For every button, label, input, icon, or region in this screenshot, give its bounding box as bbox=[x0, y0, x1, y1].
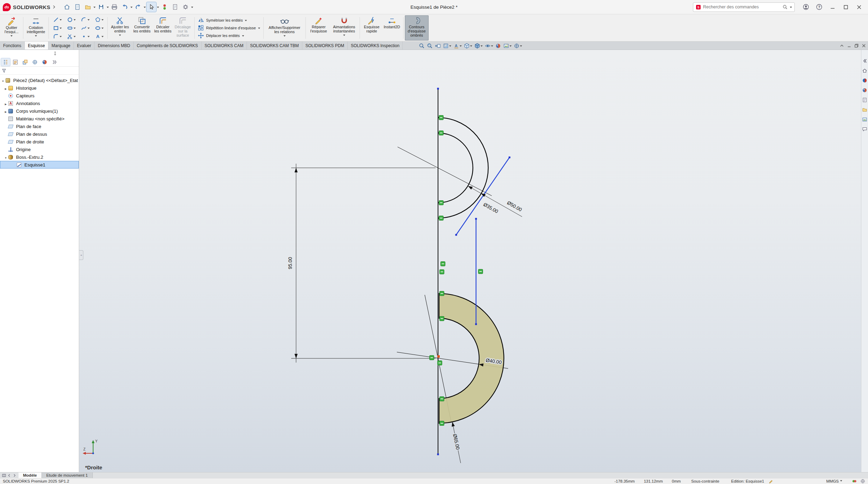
tree-expand-icon[interactable] bbox=[3, 109, 8, 114]
trim-entities-dropdown-icon[interactable] bbox=[119, 35, 121, 37]
apply-scene-dropdown-icon[interactable] bbox=[510, 45, 512, 48]
taskpane-home-icon[interactable] bbox=[862, 68, 867, 73]
command-search[interactable]: S bbox=[693, 2, 795, 12]
trim-entities-button[interactable]: Ajuster les entités bbox=[109, 15, 131, 40]
apply-scene-button[interactable] bbox=[503, 43, 512, 49]
tree-item[interactable]: Annotations bbox=[0, 99, 79, 107]
dimxpertmanager-tab[interactable] bbox=[30, 58, 39, 66]
search-dropdown-icon[interactable] bbox=[790, 7, 792, 9]
text-tool-button[interactable]: A bbox=[92, 32, 106, 40]
tree-item[interactable]: Matériau <non spécifié> bbox=[0, 115, 79, 122]
section-view-button[interactable] bbox=[443, 43, 452, 49]
taskpane-forum-icon[interactable] bbox=[862, 127, 867, 132]
annotation-views-dropdown-icon[interactable] bbox=[460, 45, 462, 48]
web-help-globe-icon[interactable] bbox=[860, 479, 865, 484]
featuremanager-tree-tab[interactable] bbox=[1, 58, 10, 66]
view-orientation-button[interactable] bbox=[463, 43, 473, 49]
sketch-canvas[interactable]: 95.00 Ø35.00 Ø50.00 Ø40.00 Ø65.00 bbox=[79, 50, 861, 472]
circle-tool-button[interactable] bbox=[64, 15, 78, 24]
document-tab[interactable]: Etude de mouvement 1 bbox=[42, 472, 93, 478]
line-dropdown-icon[interactable] bbox=[60, 19, 62, 22]
polygon-dropdown-icon[interactable] bbox=[101, 19, 104, 22]
point-dropdown-icon[interactable] bbox=[88, 36, 90, 38]
rectangle-tool-button[interactable] bbox=[50, 24, 64, 32]
tree-item[interactable]: Pièce2 (Défaut) <<Défaut>_Etat d'affi... bbox=[0, 76, 79, 84]
close-button[interactable] bbox=[853, 2, 865, 12]
zoom-to-area-button[interactable] bbox=[427, 43, 433, 49]
view-settings-button[interactable] bbox=[513, 43, 522, 49]
line-tool-button[interactable] bbox=[50, 15, 64, 24]
smart-dimension-dropdown-icon[interactable] bbox=[35, 35, 37, 38]
ellipse-dropdown-icon[interactable] bbox=[101, 28, 104, 30]
tags-status-icon[interactable] bbox=[852, 479, 857, 484]
rapid-sketch-button[interactable]: Esquisse rapide bbox=[361, 15, 382, 40]
taskpane-collapse-chevrons-icon[interactable] bbox=[862, 58, 867, 64]
display-delete-relations-button[interactable]: Afficher/Supprimer les relations bbox=[265, 15, 304, 40]
document-tab[interactable]: Modèle bbox=[18, 472, 42, 478]
arc-dropdown-icon[interactable] bbox=[88, 19, 90, 22]
search-icon[interactable] bbox=[783, 5, 788, 10]
tree-item[interactable]: Corps volumiques(1) bbox=[0, 107, 79, 115]
pin-icon[interactable] bbox=[53, 52, 57, 56]
dimension-d50[interactable]: Ø50.00 bbox=[506, 200, 523, 213]
command-tab[interactable]: Fonctions bbox=[0, 42, 25, 50]
tree-expand-icon[interactable] bbox=[1, 78, 5, 83]
shaded-sketch-contours-button[interactable]: Contours d'esquisse ombrés bbox=[405, 15, 429, 40]
tree-item[interactable]: Plan de dessus bbox=[0, 130, 79, 138]
move-entities-button[interactable]: Déplacer les entités bbox=[198, 32, 260, 39]
offset-entities-button[interactable]: Décaler les entités bbox=[153, 15, 173, 40]
trim-tool-button[interactable] bbox=[64, 32, 78, 40]
text-dropdown-icon[interactable] bbox=[101, 36, 104, 38]
convert-entities-button[interactable]: Convertir les entités bbox=[131, 15, 153, 40]
rebuild-button[interactable] bbox=[160, 2, 169, 12]
print-button[interactable] bbox=[110, 2, 119, 12]
mirror-dropdown-icon[interactable] bbox=[245, 20, 247, 22]
displaymanager-tab[interactable] bbox=[40, 58, 49, 66]
exit-sketch-button[interactable]: Quitter l'esqui... bbox=[1, 15, 22, 40]
undo-dropdown-icon[interactable] bbox=[130, 7, 133, 9]
fillet-tool-button[interactable] bbox=[50, 32, 64, 40]
slot-dropdown-icon[interactable] bbox=[74, 28, 76, 30]
command-tab[interactable]: Dimensions MBD bbox=[95, 42, 134, 50]
previous-view-button[interactable] bbox=[435, 43, 441, 49]
spline-tool-button[interactable] bbox=[78, 24, 92, 32]
mirror-entities-button[interactable]: Symétriser les entités bbox=[198, 17, 260, 23]
taskpane-file-explorer-icon[interactable] bbox=[862, 107, 867, 112]
search-input[interactable] bbox=[703, 5, 780, 9]
home-button[interactable] bbox=[62, 2, 72, 12]
doc-restore-icon[interactable] bbox=[854, 44, 859, 48]
options-dropdown-icon[interactable] bbox=[191, 7, 193, 9]
menu-chevron-icon[interactable] bbox=[52, 5, 56, 9]
tree-item[interactable]: Plan de droite bbox=[0, 138, 79, 146]
fillet-dropdown-icon[interactable] bbox=[60, 36, 62, 38]
outer-arc-d50[interactable] bbox=[438, 118, 488, 218]
relations-dropdown-icon[interactable] bbox=[284, 35, 286, 38]
doc-close-icon[interactable] bbox=[862, 44, 866, 48]
maximize-button[interactable] bbox=[839, 2, 852, 12]
new-document-button[interactable] bbox=[73, 2, 82, 12]
inner-arc-d35[interactable] bbox=[438, 133, 473, 203]
graphics-viewport[interactable]: 95.00 Ø35.00 Ø50.00 Ø40.00 Ø65.00 bbox=[79, 50, 861, 472]
view-settings-dropdown-icon[interactable] bbox=[520, 45, 522, 48]
select-tool-button[interactable] bbox=[146, 2, 156, 12]
tree-expand-icon[interactable] bbox=[3, 85, 8, 91]
dimension-95[interactable]: 95.00 bbox=[287, 257, 293, 269]
doctab-split-icon[interactable] bbox=[2, 474, 6, 477]
command-tab[interactable]: SOLIDWORKS CAM bbox=[202, 42, 247, 50]
configurationmanager-tab[interactable] bbox=[21, 58, 30, 66]
doctab-previous-icon[interactable] bbox=[7, 474, 11, 477]
display-style-button[interactable] bbox=[474, 43, 483, 49]
edit-appearance-button[interactable] bbox=[495, 43, 501, 49]
tree-item[interactable]: Plan de face bbox=[0, 122, 79, 130]
units-dropdown-icon[interactable] bbox=[840, 480, 842, 483]
tree-item[interactable]: Capteurs bbox=[0, 92, 79, 99]
select-dropdown-icon[interactable] bbox=[157, 7, 159, 9]
slot-tool-button[interactable] bbox=[64, 24, 78, 32]
units-selector[interactable]: MMGS bbox=[826, 479, 842, 483]
circle-dropdown-icon[interactable] bbox=[74, 19, 76, 22]
instant-snaps-button[interactable]: Aimantations instantanées bbox=[330, 15, 358, 40]
taskpane-custom-properties-icon[interactable] bbox=[862, 97, 867, 103]
command-tab[interactable]: SOLIDWORKS CAM TBM bbox=[247, 42, 302, 50]
zoom-fit-button[interactable] bbox=[418, 43, 425, 49]
command-tab[interactable]: Marquage bbox=[48, 42, 74, 50]
